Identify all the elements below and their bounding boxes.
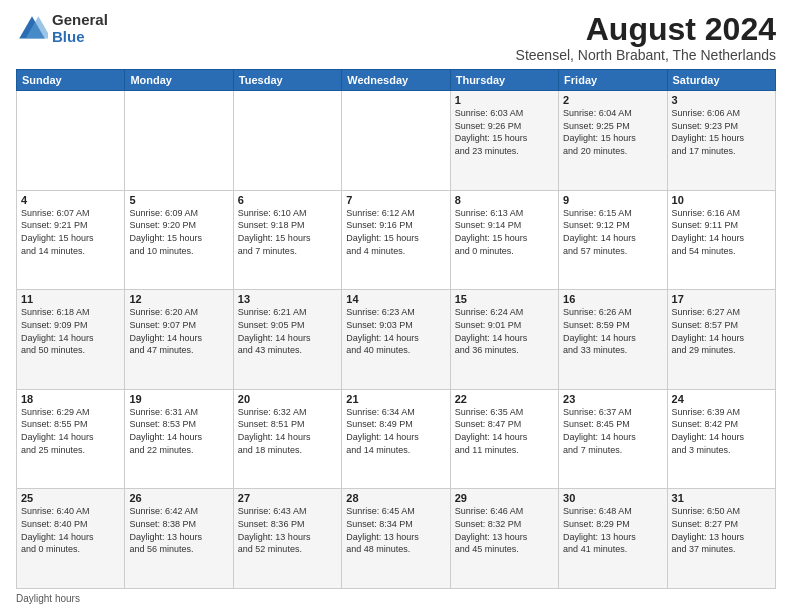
calendar-cell: 1Sunrise: 6:03 AM Sunset: 9:26 PM Daylig… <box>450 91 558 191</box>
calendar-cell: 10Sunrise: 6:16 AM Sunset: 9:11 PM Dayli… <box>667 190 775 290</box>
calendar-cell: 12Sunrise: 6:20 AM Sunset: 9:07 PM Dayli… <box>125 290 233 390</box>
calendar-cell: 30Sunrise: 6:48 AM Sunset: 8:29 PM Dayli… <box>559 489 667 589</box>
day-number: 2 <box>563 94 662 106</box>
day-number: 19 <box>129 393 228 405</box>
logo-text: General Blue <box>52 12 108 45</box>
day-info: Sunrise: 6:50 AM Sunset: 8:27 PM Dayligh… <box>672 505 771 555</box>
day-info: Sunrise: 6:21 AM Sunset: 9:05 PM Dayligh… <box>238 306 337 356</box>
calendar-week-3: 11Sunrise: 6:18 AM Sunset: 9:09 PM Dayli… <box>17 290 776 390</box>
calendar-cell <box>125 91 233 191</box>
calendar-cell: 23Sunrise: 6:37 AM Sunset: 8:45 PM Dayli… <box>559 389 667 489</box>
calendar-cell: 4Sunrise: 6:07 AM Sunset: 9:21 PM Daylig… <box>17 190 125 290</box>
day-info: Sunrise: 6:23 AM Sunset: 9:03 PM Dayligh… <box>346 306 445 356</box>
calendar-cell <box>17 91 125 191</box>
calendar-cell: 8Sunrise: 6:13 AM Sunset: 9:14 PM Daylig… <box>450 190 558 290</box>
header-day-sunday: Sunday <box>17 70 125 91</box>
calendar-week-1: 1Sunrise: 6:03 AM Sunset: 9:26 PM Daylig… <box>17 91 776 191</box>
day-info: Sunrise: 6:07 AM Sunset: 9:21 PM Dayligh… <box>21 207 120 257</box>
day-number: 25 <box>21 492 120 504</box>
day-number: 16 <box>563 293 662 305</box>
day-number: 21 <box>346 393 445 405</box>
calendar-cell: 11Sunrise: 6:18 AM Sunset: 9:09 PM Dayli… <box>17 290 125 390</box>
day-info: Sunrise: 6:48 AM Sunset: 8:29 PM Dayligh… <box>563 505 662 555</box>
day-info: Sunrise: 6:29 AM Sunset: 8:55 PM Dayligh… <box>21 406 120 456</box>
day-number: 3 <box>672 94 771 106</box>
day-info: Sunrise: 6:45 AM Sunset: 8:34 PM Dayligh… <box>346 505 445 555</box>
day-info: Sunrise: 6:31 AM Sunset: 8:53 PM Dayligh… <box>129 406 228 456</box>
day-info: Sunrise: 6:18 AM Sunset: 9:09 PM Dayligh… <box>21 306 120 356</box>
day-info: Sunrise: 6:04 AM Sunset: 9:25 PM Dayligh… <box>563 107 662 157</box>
day-info: Sunrise: 6:37 AM Sunset: 8:45 PM Dayligh… <box>563 406 662 456</box>
title-block: August 2024 Steensel, North Brabant, The… <box>516 12 776 63</box>
day-number: 26 <box>129 492 228 504</box>
day-number: 22 <box>455 393 554 405</box>
calendar-cell: 14Sunrise: 6:23 AM Sunset: 9:03 PM Dayli… <box>342 290 450 390</box>
calendar-cell: 3Sunrise: 6:06 AM Sunset: 9:23 PM Daylig… <box>667 91 775 191</box>
day-number: 12 <box>129 293 228 305</box>
day-info: Sunrise: 6:16 AM Sunset: 9:11 PM Dayligh… <box>672 207 771 257</box>
calendar-cell: 20Sunrise: 6:32 AM Sunset: 8:51 PM Dayli… <box>233 389 341 489</box>
calendar-cell: 6Sunrise: 6:10 AM Sunset: 9:18 PM Daylig… <box>233 190 341 290</box>
day-number: 29 <box>455 492 554 504</box>
page: General Blue August 2024 Steensel, North… <box>0 0 792 612</box>
calendar-cell <box>342 91 450 191</box>
calendar-cell: 15Sunrise: 6:24 AM Sunset: 9:01 PM Dayli… <box>450 290 558 390</box>
calendar-cell: 24Sunrise: 6:39 AM Sunset: 8:42 PM Dayli… <box>667 389 775 489</box>
calendar-cell: 29Sunrise: 6:46 AM Sunset: 8:32 PM Dayli… <box>450 489 558 589</box>
day-number: 10 <box>672 194 771 206</box>
day-info: Sunrise: 6:06 AM Sunset: 9:23 PM Dayligh… <box>672 107 771 157</box>
logo-general: General <box>52 12 108 29</box>
calendar-cell: 16Sunrise: 6:26 AM Sunset: 8:59 PM Dayli… <box>559 290 667 390</box>
day-info: Sunrise: 6:35 AM Sunset: 8:47 PM Dayligh… <box>455 406 554 456</box>
day-number: 1 <box>455 94 554 106</box>
header-day-wednesday: Wednesday <box>342 70 450 91</box>
day-number: 27 <box>238 492 337 504</box>
calendar-body: 1Sunrise: 6:03 AM Sunset: 9:26 PM Daylig… <box>17 91 776 589</box>
header-day-saturday: Saturday <box>667 70 775 91</box>
day-info: Sunrise: 6:09 AM Sunset: 9:20 PM Dayligh… <box>129 207 228 257</box>
day-number: 4 <box>21 194 120 206</box>
day-number: 14 <box>346 293 445 305</box>
day-info: Sunrise: 6:46 AM Sunset: 8:32 PM Dayligh… <box>455 505 554 555</box>
calendar-cell: 7Sunrise: 6:12 AM Sunset: 9:16 PM Daylig… <box>342 190 450 290</box>
day-number: 13 <box>238 293 337 305</box>
calendar-cell: 17Sunrise: 6:27 AM Sunset: 8:57 PM Dayli… <box>667 290 775 390</box>
day-info: Sunrise: 6:24 AM Sunset: 9:01 PM Dayligh… <box>455 306 554 356</box>
logo-blue: Blue <box>52 29 108 46</box>
calendar-cell: 9Sunrise: 6:15 AM Sunset: 9:12 PM Daylig… <box>559 190 667 290</box>
calendar-cell: 19Sunrise: 6:31 AM Sunset: 8:53 PM Dayli… <box>125 389 233 489</box>
calendar-cell <box>233 91 341 191</box>
header-day-thursday: Thursday <box>450 70 558 91</box>
calendar-cell: 18Sunrise: 6:29 AM Sunset: 8:55 PM Dayli… <box>17 389 125 489</box>
day-number: 11 <box>21 293 120 305</box>
day-info: Sunrise: 6:43 AM Sunset: 8:36 PM Dayligh… <box>238 505 337 555</box>
header-day-tuesday: Tuesday <box>233 70 341 91</box>
day-number: 8 <box>455 194 554 206</box>
day-info: Sunrise: 6:27 AM Sunset: 8:57 PM Dayligh… <box>672 306 771 356</box>
day-info: Sunrise: 6:12 AM Sunset: 9:16 PM Dayligh… <box>346 207 445 257</box>
day-number: 17 <box>672 293 771 305</box>
footer-note: Daylight hours <box>16 593 776 604</box>
calendar-cell: 31Sunrise: 6:50 AM Sunset: 8:27 PM Dayli… <box>667 489 775 589</box>
calendar-cell: 25Sunrise: 6:40 AM Sunset: 8:40 PM Dayli… <box>17 489 125 589</box>
day-number: 31 <box>672 492 771 504</box>
calendar-week-2: 4Sunrise: 6:07 AM Sunset: 9:21 PM Daylig… <box>17 190 776 290</box>
day-info: Sunrise: 6:03 AM Sunset: 9:26 PM Dayligh… <box>455 107 554 157</box>
day-info: Sunrise: 6:26 AM Sunset: 8:59 PM Dayligh… <box>563 306 662 356</box>
day-info: Sunrise: 6:10 AM Sunset: 9:18 PM Dayligh… <box>238 207 337 257</box>
logo: General Blue <box>16 12 108 45</box>
day-info: Sunrise: 6:15 AM Sunset: 9:12 PM Dayligh… <box>563 207 662 257</box>
calendar-week-5: 25Sunrise: 6:40 AM Sunset: 8:40 PM Dayli… <box>17 489 776 589</box>
header: General Blue August 2024 Steensel, North… <box>16 12 776 63</box>
day-info: Sunrise: 6:32 AM Sunset: 8:51 PM Dayligh… <box>238 406 337 456</box>
header-row: SundayMondayTuesdayWednesdayThursdayFrid… <box>17 70 776 91</box>
day-number: 7 <box>346 194 445 206</box>
day-number: 18 <box>21 393 120 405</box>
day-info: Sunrise: 6:34 AM Sunset: 8:49 PM Dayligh… <box>346 406 445 456</box>
main-title: August 2024 <box>516 12 776 47</box>
header-day-friday: Friday <box>559 70 667 91</box>
calendar-header: SundayMondayTuesdayWednesdayThursdayFrid… <box>17 70 776 91</box>
day-number: 24 <box>672 393 771 405</box>
calendar-table: SundayMondayTuesdayWednesdayThursdayFrid… <box>16 69 776 589</box>
calendar-cell: 22Sunrise: 6:35 AM Sunset: 8:47 PM Dayli… <box>450 389 558 489</box>
